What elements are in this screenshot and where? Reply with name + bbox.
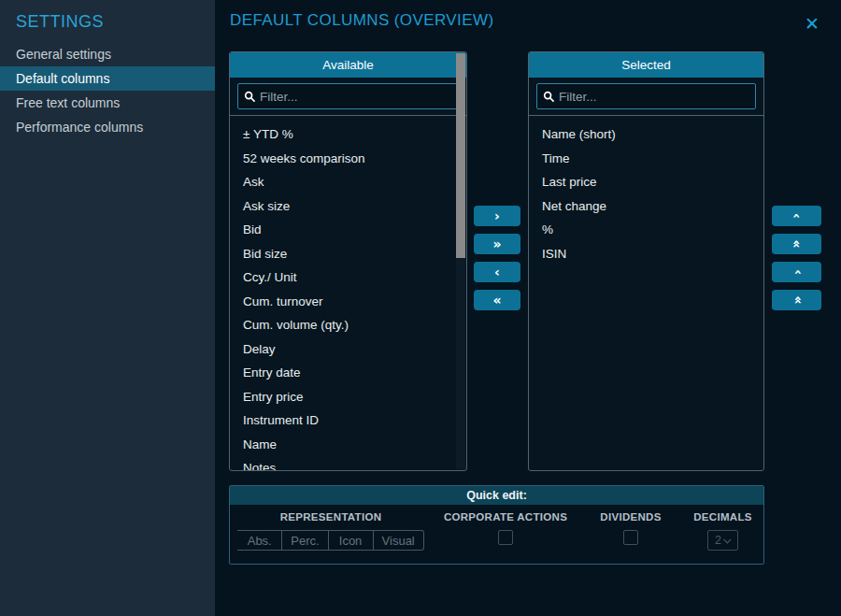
available-panel-header: Available xyxy=(230,52,466,78)
list-item-label: Ccy./ Unit xyxy=(243,270,297,284)
list-item-label: ISIN xyxy=(542,247,566,261)
representation-option-button[interactable]: Visual xyxy=(374,530,424,551)
available-list-item[interactable]: Name xyxy=(230,433,466,457)
sidebar-nav: General settings Default columns Free te… xyxy=(0,42,215,139)
list-item-label: Net change xyxy=(542,199,606,213)
available-filter-input[interactable] xyxy=(260,90,452,104)
available-list-item[interactable]: Ask xyxy=(230,170,466,194)
available-list-item[interactable]: Entry date xyxy=(230,361,466,385)
selected-list-item[interactable]: Net change xyxy=(529,194,763,219)
dividends-label: DIVIDENDS xyxy=(600,511,661,523)
available-list-item[interactable]: 52 weeks comparison xyxy=(230,147,466,171)
chevron-right-icon: › xyxy=(494,209,500,222)
sidebar-item-label: General settings xyxy=(16,47,111,62)
chevron-down-icon: › xyxy=(791,269,804,275)
list-item-label: Cum. turnover xyxy=(243,294,323,308)
reorder-buttons: ‹ « › » xyxy=(772,206,821,310)
list-item-label: Cum. volume (qty.) xyxy=(243,318,349,332)
chevron-down-icon xyxy=(723,536,731,543)
available-list-item[interactable]: ± YTD % xyxy=(230,122,466,147)
list-item-label: % xyxy=(542,222,553,236)
transfer-buttons: › » ‹ « xyxy=(474,206,520,310)
list-item-label: Ask xyxy=(243,175,264,189)
sidebar: SETTINGS General settings Default column… xyxy=(0,0,215,616)
dividends-checkbox[interactable] xyxy=(623,530,638,545)
dialog-title: DEFAULT COLUMNS (OVERVIEW) xyxy=(230,11,493,30)
sidebar-item[interactable]: Performance columns xyxy=(0,115,215,139)
representation-option-button[interactable]: Abs. xyxy=(237,530,282,551)
available-scrollbar[interactable] xyxy=(456,53,465,469)
list-item-label: Bid xyxy=(243,222,262,236)
selected-list-item[interactable]: Last price xyxy=(529,170,763,194)
representation-label: REPRESENTATION xyxy=(280,511,382,523)
available-filter-box[interactable] xyxy=(237,83,459,109)
list-item-label: Entry date xyxy=(243,365,301,380)
chevron-double-left-icon: « xyxy=(492,294,501,307)
selected-panel-header: Selected xyxy=(529,52,763,78)
decimals-dropdown[interactable]: 2 xyxy=(707,530,738,551)
list-item-label: Time xyxy=(542,151,570,165)
quick-edit-columns: REPRESENTATION Abs. Perc. Icon Visual CO… xyxy=(230,505,763,551)
list-item-label: Ask size xyxy=(243,199,290,213)
selected-list: Name (short) Time Last price Net change … xyxy=(529,116,763,470)
available-list-item[interactable]: Bid xyxy=(230,218,466,242)
available-filter-row xyxy=(230,78,466,116)
list-item-label: Bid size xyxy=(243,247,287,261)
sidebar-item[interactable]: General settings xyxy=(0,42,215,66)
list-item-label: ± YTD % xyxy=(243,127,293,141)
list-item-label: Delay xyxy=(243,342,276,356)
list-item-label: Name xyxy=(243,437,277,451)
sidebar-item-label: Free text columns xyxy=(16,95,120,110)
move-up-button[interactable]: ‹ xyxy=(772,206,821,226)
corporate-actions-checkbox[interactable] xyxy=(498,530,513,545)
chevron-left-icon: ‹ xyxy=(494,265,500,279)
selected-panel: Selected Name (short) Time xyxy=(528,51,764,471)
search-icon xyxy=(244,91,256,103)
decimals-column: DECIMALS 2 xyxy=(682,511,763,551)
selected-list-item[interactable]: Name (short) xyxy=(529,122,763,147)
sidebar-title: SETTINGS xyxy=(0,0,215,32)
sidebar-item-label: Default columns xyxy=(16,71,109,86)
selected-list-item[interactable]: % xyxy=(529,218,763,242)
list-item-label: 52 weeks comparison xyxy=(243,151,365,165)
corporate-actions-column: CORPORATE ACTIONS xyxy=(432,511,579,551)
list-item-label: Last price xyxy=(542,175,597,189)
quick-edit-panel: Quick edit: REPRESENTATION Abs. Perc. Ic… xyxy=(229,485,764,565)
selected-list-item[interactable]: Time xyxy=(529,147,763,171)
available-list-item[interactable]: Instrument ID xyxy=(230,408,466,433)
sidebar-item[interactable]: Free text columns xyxy=(0,91,215,115)
selected-filter-box[interactable] xyxy=(536,83,756,109)
list-item-label: Notes xyxy=(243,461,276,470)
move-down-button[interactable]: › xyxy=(772,262,821,282)
move-bottom-button[interactable]: » xyxy=(772,290,821,310)
close-icon[interactable]: ✕ xyxy=(801,12,823,35)
sidebar-item[interactable]: Default columns xyxy=(0,66,215,91)
quick-edit-title: Quick edit: xyxy=(230,486,763,505)
corporate-actions-label: CORPORATE ACTIONS xyxy=(444,511,567,523)
sidebar-item-label: Performance columns xyxy=(16,120,143,135)
available-list-item[interactable]: Notes xyxy=(230,456,466,470)
decimals-value: 2 xyxy=(715,534,721,547)
move-all-left-button[interactable]: « xyxy=(474,290,520,310)
move-right-button[interactable]: › xyxy=(474,206,520,226)
selected-filter-input[interactable] xyxy=(559,90,749,104)
list-item-label: Entry price xyxy=(243,390,304,404)
available-list-item[interactable]: Ask size xyxy=(230,194,466,219)
scrollbar-thumb[interactable] xyxy=(456,53,465,258)
list-item-label: Instrument ID xyxy=(243,413,319,427)
available-list-item[interactable]: Delay xyxy=(230,337,466,362)
representation-options: Abs. Perc. Icon Visual xyxy=(237,530,424,551)
available-list-item[interactable]: Cum. turnover xyxy=(230,290,466,314)
move-left-button[interactable]: ‹ xyxy=(474,262,520,282)
representation-option-button[interactable]: Perc. xyxy=(282,530,328,551)
move-top-button[interactable]: « xyxy=(772,234,821,254)
available-list-item[interactable]: Ccy./ Unit xyxy=(230,265,466,290)
available-list-item[interactable]: Bid size xyxy=(230,242,466,266)
available-list-item[interactable]: Cum. volume (qty.) xyxy=(230,313,466,337)
settings-window: SETTINGS General settings Default column… xyxy=(0,0,841,616)
selected-list-item[interactable]: ISIN xyxy=(529,242,763,266)
available-list-item[interactable]: Entry price xyxy=(230,385,466,409)
chevron-double-right-icon: » xyxy=(492,237,501,251)
move-all-right-button[interactable]: » xyxy=(474,234,520,254)
representation-option-button[interactable]: Icon xyxy=(329,530,374,551)
